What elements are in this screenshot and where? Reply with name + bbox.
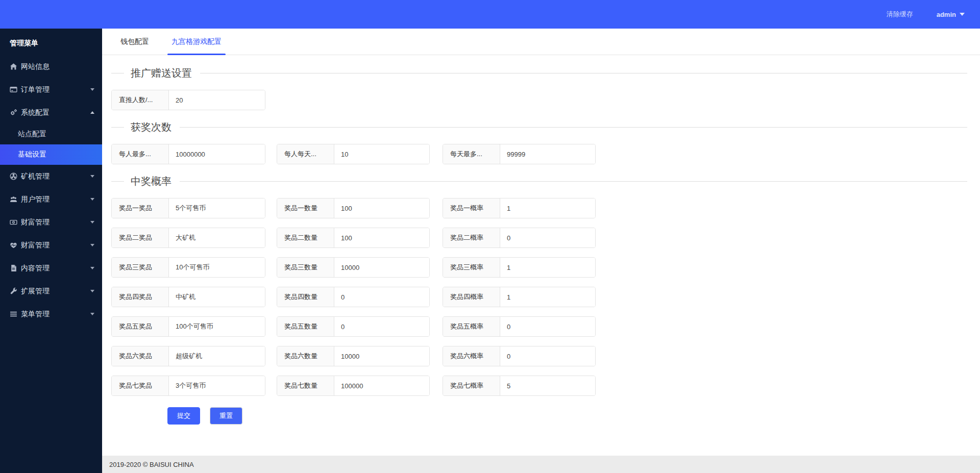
field-daily-max-input[interactable] bbox=[500, 144, 595, 164]
sidebar-item-label: 财富管理 bbox=[21, 218, 50, 227]
field-prize3-name-input[interactable] bbox=[169, 258, 265, 277]
sidebar-item-menu-mgmt[interactable]: 菜单管理 bbox=[0, 303, 102, 326]
field-prize3-prob-input[interactable] bbox=[500, 258, 595, 277]
form-row: 直推人数/... bbox=[111, 90, 967, 110]
field-prize7-name: 奖品七奖品 bbox=[111, 376, 265, 396]
user-menu[interactable]: admin bbox=[937, 11, 965, 18]
field-prize5-qty-input[interactable] bbox=[334, 317, 429, 336]
chevron-down-icon bbox=[90, 313, 94, 315]
money-icon: 1 bbox=[10, 218, 17, 226]
field-direct-referrals-label: 直推人数/... bbox=[112, 90, 169, 110]
field-prize6-name-input[interactable] bbox=[169, 346, 265, 366]
clear-cache-button[interactable]: 清除缓存 bbox=[887, 10, 913, 19]
field-prize6-name-label: 奖品六奖品 bbox=[112, 346, 169, 366]
section-title: 中奖概率 bbox=[131, 175, 172, 188]
field-prize1-name: 奖品一奖品 bbox=[111, 198, 265, 218]
field-prize5-prob-input[interactable] bbox=[500, 317, 595, 336]
form-row: 奖品一奖品奖品一数量奖品一概率 bbox=[111, 198, 967, 218]
home-icon bbox=[10, 63, 17, 70]
tab-grid-game-config[interactable]: 九宫格游戏配置 bbox=[167, 29, 226, 55]
sidebar-header: 管理菜单 bbox=[0, 29, 102, 55]
form-actions: 提交重置 bbox=[167, 407, 967, 425]
chevron-down-icon bbox=[90, 267, 94, 269]
field-prize4-qty: 奖品四数量 bbox=[277, 287, 430, 307]
section-header: 推广赠送设置 bbox=[111, 66, 967, 80]
field-prize3-prob-label: 奖品三概率 bbox=[443, 258, 500, 277]
field-max-per-person-input[interactable] bbox=[169, 144, 265, 164]
field-prize2-prob-input[interactable] bbox=[500, 228, 595, 247]
field-prize4-name-input[interactable] bbox=[169, 287, 265, 307]
field-prize5-prob: 奖品五概率 bbox=[443, 316, 596, 337]
sidebar-item-content-mgmt[interactable]: 内容管理 bbox=[0, 257, 102, 280]
sidebar-item-label: 扩展管理 bbox=[21, 287, 50, 296]
settings-form: 推广赠送设置直推人数/...获奖次数每人最多...每人每天...每天最多...中… bbox=[102, 55, 980, 456]
divider-line bbox=[111, 73, 124, 73]
section-title: 推广赠送设置 bbox=[131, 66, 192, 80]
sidebar-item-wealth-mgmt-2[interactable]: 财富管理 bbox=[0, 234, 102, 257]
divider-line bbox=[111, 127, 124, 128]
field-daily-max: 每天最多... bbox=[443, 144, 596, 164]
field-prize7-prob-input[interactable] bbox=[500, 376, 595, 395]
field-prize2-name-input[interactable] bbox=[169, 228, 265, 247]
field-prize5-qty-label: 奖品五数量 bbox=[277, 317, 334, 336]
field-prize2-name: 奖品二奖品 bbox=[111, 228, 265, 248]
field-prize7-qty-input[interactable] bbox=[334, 376, 429, 395]
field-prize1-prob-label: 奖品一概率 bbox=[443, 198, 500, 218]
chevron-down-icon bbox=[90, 290, 94, 292]
chevron-down-icon bbox=[90, 175, 94, 178]
field-prize3-qty: 奖品三数量 bbox=[277, 257, 430, 278]
sidebar-item-extension-mgmt[interactable]: 扩展管理 bbox=[0, 280, 102, 303]
sidebar-item-label: 网站信息 bbox=[21, 62, 50, 71]
field-prize4-prob-input[interactable] bbox=[500, 287, 595, 307]
field-direct-referrals-input[interactable] bbox=[169, 90, 265, 110]
section-title: 获奖次数 bbox=[131, 120, 172, 134]
divider-line bbox=[111, 181, 124, 182]
field-prize7-name-input[interactable] bbox=[169, 376, 265, 395]
field-prize4-prob-label: 奖品四概率 bbox=[443, 287, 500, 307]
sidebar-item-label: 系统配置 bbox=[21, 108, 50, 117]
field-prize1-prob-input[interactable] bbox=[500, 198, 595, 218]
tab-wallet-config[interactable]: 钱包配置 bbox=[116, 29, 153, 55]
field-prize5-prob-label: 奖品五概率 bbox=[443, 317, 500, 336]
divider-line bbox=[200, 73, 967, 73]
sidebar-item-miner-mgmt[interactable]: 矿机管理 bbox=[0, 165, 102, 188]
sidebar-item-order-mgmt[interactable]: 订单管理 bbox=[0, 78, 102, 101]
chevron-down-icon bbox=[90, 221, 94, 223]
svg-text:1: 1 bbox=[13, 221, 14, 223]
sidebar-item-website-info[interactable]: 网站信息 bbox=[0, 55, 102, 78]
submit-button[interactable]: 提交 bbox=[167, 407, 200, 425]
sidebar-item-system-config[interactable]: 系统配置 bbox=[0, 101, 102, 124]
field-prize1-qty-label: 奖品一数量 bbox=[277, 198, 334, 218]
sidebar-item-wealth-mgmt-1[interactable]: 1财富管理 bbox=[0, 211, 102, 234]
topbar: 清除缓存 admin bbox=[0, 0, 980, 29]
gears-icon bbox=[10, 109, 17, 116]
field-prize2-name-label: 奖品二奖品 bbox=[112, 228, 169, 247]
reset-button[interactable]: 重置 bbox=[210, 407, 242, 425]
chevron-down-icon bbox=[960, 13, 965, 16]
field-prize3-name: 奖品三奖品 bbox=[111, 257, 265, 278]
chevron-up-icon bbox=[90, 111, 94, 114]
form-row: 奖品五奖品奖品五数量奖品五概率 bbox=[111, 316, 967, 337]
field-prize1-qty-input[interactable] bbox=[334, 198, 429, 218]
field-prize6-prob: 奖品六概率 bbox=[443, 346, 596, 366]
field-prize6-prob-input[interactable] bbox=[500, 346, 595, 366]
field-prize6-qty-input[interactable] bbox=[334, 346, 429, 366]
chevron-down-icon bbox=[90, 88, 94, 91]
field-prize7-qty: 奖品七数量 bbox=[277, 376, 430, 396]
form-row: 奖品三奖品奖品三数量奖品三概率 bbox=[111, 257, 967, 278]
sidebar-subitem-basic-settings[interactable]: 基础设置 bbox=[0, 144, 102, 165]
field-per-person-daily-input[interactable] bbox=[334, 144, 429, 164]
field-prize7-prob: 奖品七概率 bbox=[443, 376, 596, 396]
field-prize4-qty-input[interactable] bbox=[334, 287, 429, 307]
field-prize2-qty-label: 奖品二数量 bbox=[277, 228, 334, 247]
field-prize5-name-label: 奖品五奖品 bbox=[112, 317, 169, 336]
sidebar-item-label: 订单管理 bbox=[21, 85, 50, 94]
sidebar-subitem-label: 基础设置 bbox=[18, 150, 46, 159]
field-prize2-qty-input[interactable] bbox=[334, 228, 429, 247]
sidebar-subitem-site-config[interactable]: 站点配置 bbox=[0, 124, 102, 144]
field-prize3-qty-input[interactable] bbox=[334, 258, 429, 277]
field-prize1-name-input[interactable] bbox=[169, 198, 265, 218]
field-daily-max-label: 每天最多... bbox=[443, 144, 500, 164]
sidebar-item-user-mgmt[interactable]: 用户管理 bbox=[0, 188, 102, 211]
field-prize5-name-input[interactable] bbox=[169, 317, 265, 336]
